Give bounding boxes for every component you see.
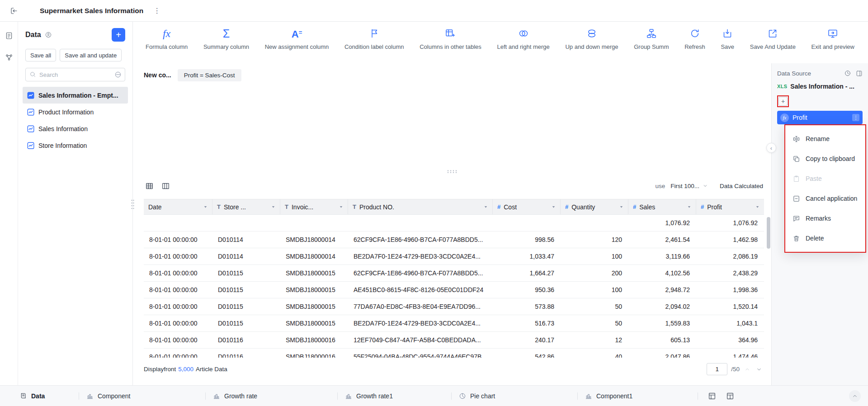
- column-header-profit[interactable]: #Profit: [696, 199, 764, 214]
- table-cell: [493, 215, 561, 231]
- collapse-bottom-icon[interactable]: [849, 390, 861, 402]
- table-row: 1,076.921,076.92: [144, 215, 764, 231]
- dataset-item-sales-information[interactable]: Sales Information: [23, 120, 128, 137]
- menu-item-delete[interactable]: Delete: [785, 228, 865, 248]
- field-item-profit[interactable]: fx Profit ⋮: [777, 111, 863, 124]
- dataset-item-sales-information-empt[interactable]: Sales Information - Empt...: [23, 87, 128, 104]
- page-input[interactable]: [707, 363, 727, 375]
- menu-item-rename[interactable]: Rename: [785, 129, 865, 149]
- table-cell: 2,094.02: [628, 298, 696, 315]
- column-header-cost[interactable]: #Cost: [493, 199, 561, 214]
- card-layout-icon[interactable]: [726, 392, 734, 400]
- ribbon-item-refresh[interactable]: Refresh: [684, 27, 705, 63]
- menu-item-copy-to-clipboard[interactable]: Copy to clipboard: [785, 149, 865, 169]
- ribbon-item-save-and-update[interactable]: Save And Update: [750, 27, 796, 63]
- search-input[interactable]: [25, 68, 125, 81]
- tab-pie-chart[interactable]: Pie chart: [452, 386, 577, 406]
- save-update-icon: [767, 27, 778, 40]
- caret-down-icon[interactable]: [339, 205, 343, 209]
- column-view-icon[interactable]: [160, 180, 171, 191]
- table-row: 8-01-01 00:00:00D010114SMDBJ18000014BE2D…: [144, 248, 764, 265]
- caret-down-icon[interactable]: [755, 205, 760, 209]
- ribbon-item-formula-column[interactable]: fxFormula column: [146, 27, 188, 63]
- dataset-item-product-information[interactable]: Product Information: [23, 104, 128, 120]
- insert-table-icon[interactable]: [708, 392, 716, 400]
- ribbon-item-save[interactable]: Save: [721, 27, 734, 63]
- ribbon-item-summary-column[interactable]: ΣSummary column: [203, 27, 249, 63]
- horizontal-drag-handle-icon[interactable]: [447, 170, 458, 174]
- formula-chip[interactable]: Profit = Sales-Cost: [178, 69, 241, 81]
- collapse-app-icon[interactable]: [10, 7, 18, 15]
- number-type-icon: #: [565, 203, 568, 210]
- sidebar-resize-handle-icon[interactable]: [131, 199, 135, 210]
- data-source-panel: Data Source XLS Sales Information - ... …: [771, 63, 868, 385]
- canvas-area: [133, 82, 771, 178]
- more-options-icon[interactable]: [114, 71, 122, 78]
- dataset-label: Store Information: [38, 142, 87, 149]
- menu-item-remarks[interactable]: Remarks: [785, 208, 865, 228]
- add-field-button[interactable]: +: [778, 97, 788, 106]
- ribbon-item-new-assignment-column[interactable]: A=New assignment column: [265, 27, 329, 63]
- ribbon-item-exit-and-preview[interactable]: Exit and preview: [811, 27, 854, 63]
- cancel-application-icon: [793, 195, 800, 203]
- dataset-item-store-information[interactable]: Store Information: [23, 137, 128, 154]
- grid-view-icon[interactable]: [144, 180, 155, 191]
- caret-down-icon[interactable]: [687, 205, 691, 209]
- ribbon-item-left-and-right-merge[interactable]: Left and right merge: [497, 27, 549, 63]
- tab-data[interactable]: Data: [13, 386, 79, 406]
- tab-growth-rate1[interactable]: Growth rate1: [338, 386, 451, 406]
- up-down-merge-icon: [586, 27, 597, 40]
- menu-item-label: Cancel application: [806, 195, 857, 202]
- add-dataset-button[interactable]: +: [112, 28, 125, 42]
- table-cell: D010115: [212, 282, 280, 298]
- tab-component1[interactable]: Component1: [578, 386, 698, 406]
- title-menu-icon[interactable]: ⋮: [153, 6, 160, 15]
- vertical-scrollbar[interactable]: [767, 217, 770, 249]
- ribbon-item-label: Refresh: [684, 43, 705, 50]
- tab-component[interactable]: Component: [79, 386, 205, 406]
- column-header-date[interactable]: Date: [144, 199, 212, 214]
- exit-preview-icon: [827, 27, 838, 40]
- caret-down-icon[interactable]: [619, 205, 623, 209]
- caret-down-icon[interactable]: [203, 205, 208, 209]
- member-icon[interactable]: [45, 31, 52, 38]
- tab-growth-rate[interactable]: Growth rate: [206, 386, 337, 406]
- row-count-link[interactable]: 5,000: [178, 366, 193, 373]
- save-all-update-button[interactable]: Save all and update: [60, 49, 122, 61]
- search-box: [25, 68, 125, 81]
- table-cell: 1,462.98: [696, 231, 764, 248]
- column-header-store[interactable]: TStore ...: [212, 199, 280, 214]
- history-icon[interactable]: [844, 70, 851, 77]
- caret-down-icon[interactable]: [552, 205, 556, 209]
- table-cell: 12: [561, 332, 628, 348]
- ribbon-item-up-and-down-merge[interactable]: Up and down merge: [565, 27, 618, 63]
- layout-icon[interactable]: [856, 70, 863, 77]
- remarks-icon: [793, 215, 800, 222]
- ribbon-item-group-summ[interactable]: Group Summ: [634, 27, 669, 63]
- page-up-icon[interactable]: [743, 365, 751, 373]
- caret-down-icon[interactable]: [484, 205, 488, 209]
- column-header-sales[interactable]: #Sales: [628, 199, 696, 214]
- column-header-invoic[interactable]: TInvoic...: [280, 199, 348, 214]
- tab-divider: [698, 392, 698, 400]
- column-header-quantity[interactable]: #Quantity: [561, 199, 628, 214]
- source-file-item[interactable]: XLS Sales Information - ...: [777, 83, 863, 90]
- save-all-button[interactable]: Save all: [25, 49, 56, 61]
- page-down-icon[interactable]: [755, 365, 763, 373]
- table-cell: 8-01-01 00:00:00: [144, 248, 212, 264]
- search-icon: [29, 71, 36, 78]
- panel-collapse-handle[interactable]: ‹: [766, 143, 776, 153]
- menu-item-cancel-application[interactable]: Cancel application: [785, 189, 865, 208]
- field-menu-icon[interactable]: ⋮: [852, 114, 859, 121]
- data-flow-icon[interactable]: [5, 53, 13, 61]
- caret-down-icon[interactable]: [271, 205, 275, 209]
- subject-icon[interactable]: [5, 32, 13, 40]
- row-limit-select[interactable]: First 100...: [670, 183, 708, 189]
- ribbon-item-columns-in-other-tables[interactable]: Columns in other tables: [420, 27, 481, 63]
- tab-label: Growth rate: [224, 392, 257, 400]
- column-header-product-no[interactable]: TProduct NO.: [348, 199, 493, 214]
- column-name: Sales: [639, 203, 684, 211]
- assignment-icon: A=: [292, 27, 302, 40]
- source-file-name: Sales Information - ...: [790, 83, 854, 90]
- ribbon-item-condition-label-column[interactable]: Condition label column: [344, 27, 404, 63]
